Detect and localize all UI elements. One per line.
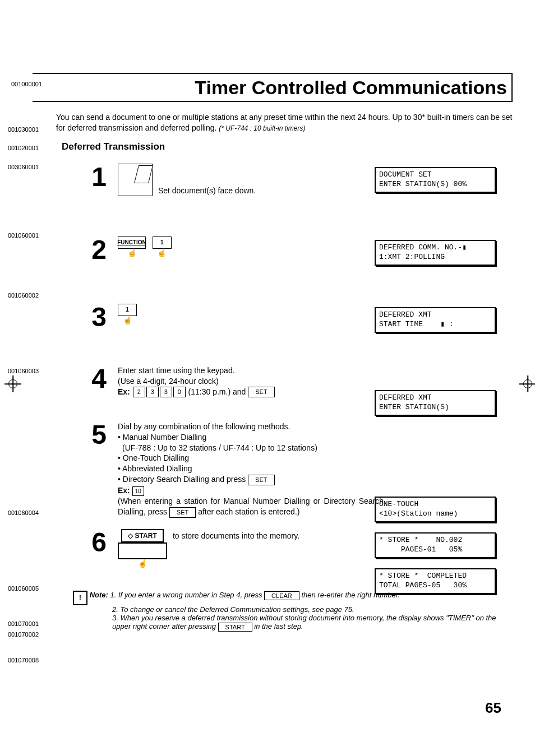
manual-page: 001000001 Timer Controlled Communication… xyxy=(0,0,535,756)
lcd-display: DEFERRED XMT START TIME ▮ : xyxy=(375,307,496,333)
lcd-display: * STORE * NO.002 PAGES-01 05% xyxy=(375,532,496,558)
title-box: Timer Controlled Communications xyxy=(33,73,513,102)
registration-mark-icon xyxy=(519,375,535,392)
hand-icon: ☝ xyxy=(157,248,167,258)
digit-key: 2 xyxy=(133,387,145,397)
section-heading: Deferred Transmission xyxy=(62,141,513,152)
step-1: 1 Set document(s) face down. DOCUMENT SE… xyxy=(22,164,513,208)
digit-key: 3 xyxy=(146,387,159,397)
set-key: SET xyxy=(169,507,196,518)
one-touch-key: 10 xyxy=(132,486,144,497)
step3-code: 001060002 xyxy=(8,292,39,299)
set-key: SET xyxy=(248,475,274,485)
section-code: 001020001 xyxy=(8,145,39,151)
step6-code: 001060005 xyxy=(8,585,39,592)
registration-mark-icon xyxy=(4,375,21,392)
lcd-display: * STORE * COMPLETED TOTAL PAGES-05 30% xyxy=(375,568,496,594)
hand-icon: ☝ xyxy=(127,248,137,258)
lcd-display: DEFERRED XMT ENTER STATION(S) xyxy=(375,390,496,416)
step-5: 5 Dial by any combination of the followi… xyxy=(22,421,513,518)
clear-key: CLEAR xyxy=(264,591,299,600)
one-key-icon: 1 ☝ xyxy=(153,236,172,258)
one-key-icon: 1 ☝ xyxy=(118,304,137,326)
step-3: 3 1 ☝ DEFERRED XMT START TIME ▮ : xyxy=(22,304,513,349)
set-key: SET xyxy=(248,387,274,397)
step-6: 6 ◇ START ☝ to store documents into the … xyxy=(22,529,513,574)
digit-key: 3 xyxy=(160,387,172,397)
intro-code: 001030001 xyxy=(8,126,39,133)
function-key-icon: FUNCTION ☝ xyxy=(118,236,146,258)
digit-key: 0 xyxy=(173,387,186,397)
step-4: 4 Enter start time using the keypad. (Us… xyxy=(22,365,513,410)
intro-text: You can send a document to one or multip… xyxy=(22,112,513,133)
hand-icon: ☝ xyxy=(123,315,132,326)
lcd-display: ONE-TOUCH <10>(Station name) xyxy=(375,497,496,522)
document-tray-icon xyxy=(118,164,153,196)
page-title: Timer Controlled Communications xyxy=(195,77,507,99)
lcd-display: DEFERRED COMM. NO.-▮ 1:XMT 2:POLLING xyxy=(375,240,496,266)
notes: ! Note: 1. If you enter a wrong number i… xyxy=(22,591,513,632)
start-key: START xyxy=(218,623,252,632)
hand-icon: ☝ xyxy=(138,558,147,569)
start-button-icon: ◇ START ☝ xyxy=(118,529,167,569)
note3-code: 001070008 xyxy=(8,657,39,664)
note-icon: ! xyxy=(73,591,87,605)
lcd-display: DOCUMENT SET ENTER STATION(S) 00% xyxy=(375,167,496,193)
page-number: 65 xyxy=(485,699,501,717)
note2-code: 001070002 xyxy=(8,631,39,638)
step-2: 2 FUNCTION ☝ 1 ☝ DEFERRED COMM. NO.-▮ 1:… xyxy=(22,236,513,281)
note1-code: 001070001 xyxy=(8,620,39,627)
